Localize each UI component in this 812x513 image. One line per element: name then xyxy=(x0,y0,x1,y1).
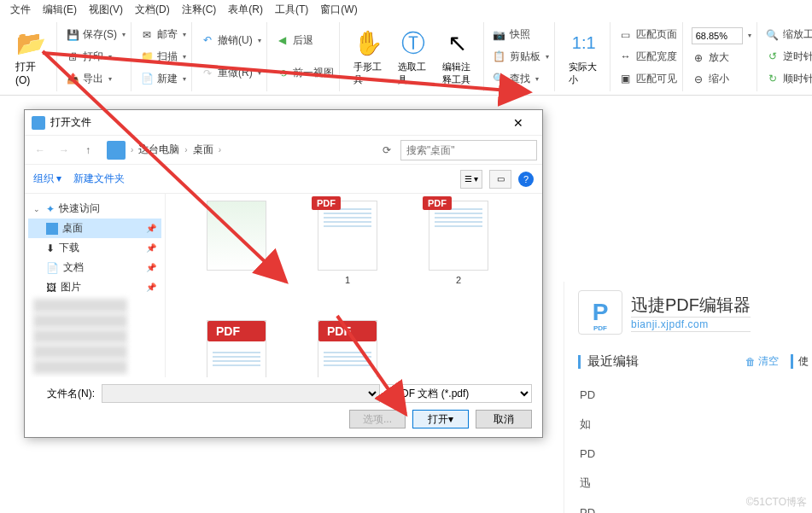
tree-downloads[interactable]: ⬇下载📌 xyxy=(28,238,161,258)
undo-icon: ↶ xyxy=(201,33,214,47)
clipboard-button[interactable]: 📋剪贴板▾ xyxy=(491,48,551,66)
dialog-footer: 文件名(N): PDF 文档 (*.pdf) 选项... 打开 ▾ 取消 xyxy=(25,377,542,437)
refresh-button[interactable]: ⟳ xyxy=(377,140,397,160)
nav-up-button[interactable]: ↑ xyxy=(78,140,98,160)
undo-button[interactable]: ↶撤销(U)▾ xyxy=(199,32,263,50)
star-icon: ✦ xyxy=(46,203,55,215)
menu-tools[interactable]: 工具(T) xyxy=(272,1,312,19)
clear-button[interactable]: 🗑清空 xyxy=(745,354,779,369)
menu-edit[interactable]: 编辑(E) xyxy=(39,1,80,19)
recent-section-header: 最近编辑 🗑清空 使 xyxy=(578,353,809,373)
rotate-cw-button[interactable]: ↻顺时针▾ xyxy=(764,70,812,88)
rotate-ccw-icon: ↺ xyxy=(766,50,780,63)
list-item[interactable]: 如 xyxy=(580,417,809,432)
menu-view[interactable]: 视图(V) xyxy=(85,1,126,19)
scan-button[interactable]: 📁扫描▾ xyxy=(138,48,188,66)
menu-window[interactable]: 窗口(W) xyxy=(317,1,360,19)
file-grid: PDF 1 PDF 2 PDF 3 PDF 上海旅游著名的五大景点 xyxy=(166,194,542,377)
view-mode-button[interactable]: ☰ ▾ xyxy=(460,170,482,189)
print-button[interactable]: 🖨打印▾ xyxy=(64,48,127,66)
zoom-in-button[interactable]: ⊕放大 xyxy=(690,49,753,67)
list-item[interactable]: 迅 xyxy=(580,475,809,491)
edit-annotation-button[interactable]: ↖编辑注释工具 xyxy=(435,25,480,90)
open-button[interactable]: 📂 打开(O) xyxy=(9,24,53,90)
redo-button[interactable]: ↷重做(R)▾ xyxy=(199,64,263,82)
zoom-out-button[interactable]: ⊖缩小 xyxy=(690,70,753,88)
new-folder-button[interactable]: 新建文件夹 xyxy=(73,172,125,186)
zoom-tool-button[interactable]: 🔍缩放工具 xyxy=(764,26,812,44)
blurred-item xyxy=(33,314,127,328)
prev-view-button[interactable]: ⟲前一视图 xyxy=(274,64,336,82)
tree-pictures[interactable]: 🖼图片📌 xyxy=(28,277,161,297)
mail-icon: ✉ xyxy=(140,28,154,42)
pdf-badge-icon: PDF xyxy=(312,196,341,210)
menu-document[interactable]: 文档(D) xyxy=(131,1,173,19)
pdf-badge-icon: PDF xyxy=(207,321,266,341)
options-button[interactable]: 选项... xyxy=(349,410,406,428)
select-tool-button[interactable]: Ⓣ选取工具 xyxy=(391,25,435,90)
brand-title: 迅捷PDF编辑器 xyxy=(631,294,751,317)
breadcrumb[interactable]: › 这台电脑 › 桌面 › xyxy=(102,141,373,160)
nav-forward-button[interactable]: → xyxy=(54,140,74,160)
save-button[interactable]: 💾保存(S)▾ xyxy=(64,26,127,44)
export-button[interactable]: 📤导出▾ xyxy=(64,70,127,88)
download-icon: ⬇ xyxy=(46,242,55,254)
close-button[interactable]: ✕ xyxy=(501,116,535,130)
file-item[interactable] xyxy=(190,201,283,286)
redo-icon: ↷ xyxy=(201,67,214,80)
blurred-item xyxy=(33,329,127,343)
xlsx-thumb xyxy=(207,201,266,271)
list-item[interactable]: PD xyxy=(580,447,809,460)
pdf-badge-icon: PDF xyxy=(318,321,377,341)
fit-visible-icon: ▣ xyxy=(619,72,633,85)
organize-button[interactable]: 组织 ▾ xyxy=(33,172,61,186)
fit-width-button[interactable]: ↔匹配宽度 xyxy=(617,48,679,66)
filename-input[interactable] xyxy=(102,384,380,403)
zoom-input[interactable] xyxy=(692,27,743,44)
file-item[interactable]: PDF 3 xyxy=(190,320,283,377)
folder-tree: ⌄✦快速访问 桌面📌 ⬇下载📌 📄文档📌 🖼图片📌 xyxy=(25,194,166,377)
list-item[interactable]: PD xyxy=(580,388,809,401)
help-button[interactable]: ? xyxy=(518,172,534,187)
open-label: 打开(O) xyxy=(15,60,46,86)
find-button[interactable]: 🔍查找▾ xyxy=(491,70,551,88)
tree-desktop[interactable]: 桌面📌 xyxy=(28,219,161,238)
menu-comment[interactable]: 注释(C) xyxy=(178,1,220,19)
actual-size-icon: 1:1 xyxy=(569,28,599,59)
filename-label: 文件名(N): xyxy=(35,387,95,401)
file-item[interactable]: PDF 1 xyxy=(301,201,394,286)
fit-visible-button[interactable]: ▣匹配可见 xyxy=(617,70,679,88)
actual-size-button[interactable]: 1:1实际大小 xyxy=(562,25,606,90)
ribbon-toolbar: 📂 打开(O) 💾保存(S)▾ 🖨打印▾ 📤导出▾ ✉邮寄▾ 📁扫描▾ 📄新建▾… xyxy=(0,19,812,96)
clipboard-icon: 📋 xyxy=(493,50,506,63)
folder-open-icon: 📂 xyxy=(15,27,46,58)
cancel-button[interactable]: 取消 xyxy=(476,410,532,428)
filter-select[interactable]: PDF 文档 (*.pdf) xyxy=(387,384,532,403)
file-item[interactable]: PDF 上海旅游著名的五大景点 xyxy=(301,320,394,377)
watermark: ©51CTO博客 xyxy=(746,495,807,510)
snapshot-button[interactable]: 📷快照 xyxy=(491,26,551,44)
fit-page-button[interactable]: ▭匹配页面 xyxy=(617,26,679,44)
blurred-item xyxy=(33,345,127,359)
tree-quick-access[interactable]: ⌄✦快速访问 xyxy=(28,199,161,219)
preview-pane-button[interactable]: ▭ xyxy=(489,170,511,189)
rotate-ccw-button[interactable]: ↺逆时针▾ xyxy=(764,48,812,66)
nav-back-button[interactable]: ← xyxy=(30,140,50,160)
mail-button[interactable]: ✉邮寄▾ xyxy=(138,26,188,44)
side-col-label: 使 xyxy=(791,354,809,369)
search-input[interactable] xyxy=(400,140,537,160)
fit-page-icon: ▭ xyxy=(619,28,633,42)
menu-file[interactable]: 文件 xyxy=(7,1,34,19)
hand-tool-button[interactable]: ✋手形工具 xyxy=(347,25,391,90)
open-confirm-button[interactable]: 打开 ▾ xyxy=(412,410,469,428)
recent-title: 最近编辑 xyxy=(587,353,745,370)
trash-icon: 🗑 xyxy=(745,356,756,368)
new-button[interactable]: 📄新建▾ xyxy=(138,70,188,88)
tree-documents[interactable]: 📄文档📌 xyxy=(28,258,161,277)
magnifier-icon: 🔍 xyxy=(766,28,780,42)
back-button[interactable]: ◀后退 xyxy=(274,32,336,50)
open-file-dialog: 打开文件 ✕ ← → ↑ › 这台电脑 › 桌面 › ⟳ 组织 ▾ 新建文件夹 … xyxy=(24,109,543,438)
app-icon xyxy=(32,116,45,130)
menu-forms[interactable]: 表单(R) xyxy=(225,1,266,19)
file-item[interactable]: PDF 2 xyxy=(412,201,505,286)
